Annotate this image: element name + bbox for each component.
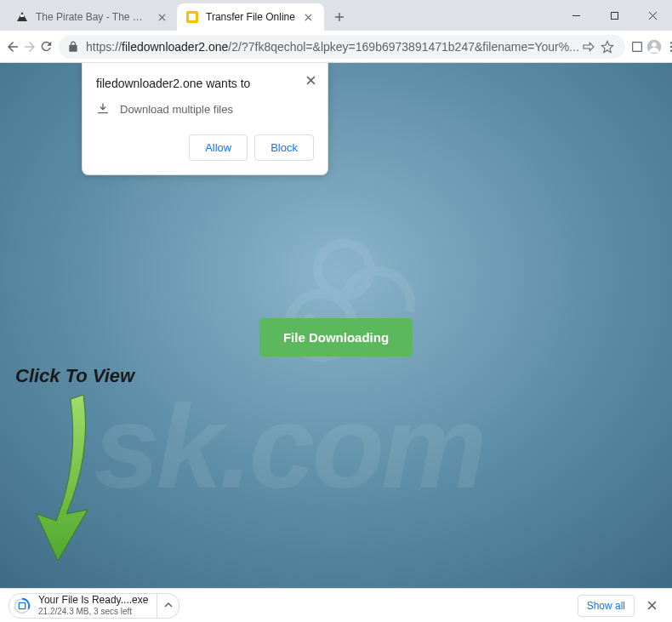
maximize-button[interactable] xyxy=(595,0,634,31)
new-tab-button[interactable] xyxy=(327,5,351,29)
tab-piratebay[interactable]: The Pirate Bay - The galaxy's mo… xyxy=(7,3,177,31)
minimize-button[interactable] xyxy=(557,0,595,31)
favicon-piratebay xyxy=(15,10,29,24)
close-icon[interactable] xyxy=(302,71,319,88)
tab-title: Transfer File Online xyxy=(206,11,295,23)
forward-button[interactable] xyxy=(22,33,37,60)
download-icon xyxy=(96,102,110,116)
click-to-view-text: Click To View xyxy=(15,365,134,387)
file-downloading-button[interactable]: File Downloading xyxy=(259,318,413,357)
close-icon[interactable] xyxy=(302,10,316,24)
window-controls xyxy=(557,0,672,31)
svg-rect-4 xyxy=(632,42,641,51)
permission-request-row: Download multiple files xyxy=(96,102,314,116)
reload-button[interactable] xyxy=(39,33,54,60)
bookmark-icon[interactable] xyxy=(598,33,617,60)
svg-point-6 xyxy=(652,42,656,46)
close-icon[interactable] xyxy=(155,10,168,24)
url-text: https://filedownloader2.one/2/?7fk8qecho… xyxy=(86,40,579,54)
show-all-button[interactable]: Show all xyxy=(578,595,635,617)
share-icon[interactable] xyxy=(579,33,598,60)
download-progress-icon xyxy=(13,596,31,615)
svg-rect-2 xyxy=(189,14,196,20)
download-filename: Your File Is Ready....exe xyxy=(38,595,148,606)
tab-transfer-file[interactable]: Transfer File Online xyxy=(177,3,324,31)
profile-icon[interactable] xyxy=(646,33,663,60)
toolbar: https://filedownloader2.one/2/?7fk8qecho… xyxy=(0,31,672,63)
svg-rect-0 xyxy=(20,14,24,17)
back-button[interactable] xyxy=(5,33,20,60)
titlebar: The Pirate Bay - The galaxy's mo… Transf… xyxy=(0,0,672,31)
lock-icon xyxy=(67,41,79,53)
svg-rect-16 xyxy=(19,602,25,608)
permission-request-text: Download multiple files xyxy=(120,103,233,116)
download-status: 21.2/24.3 MB, 3 secs left xyxy=(38,607,148,616)
download-bar: Your File Is Ready....exe 21.2/24.3 MB, … xyxy=(0,588,672,622)
permission-dialog: filedownloader2.one wants to Download mu… xyxy=(82,63,328,175)
tab-title: The Pirate Bay - The galaxy's mo… xyxy=(36,11,148,23)
window-close-button[interactable] xyxy=(634,0,672,31)
favicon-transfer xyxy=(185,10,199,24)
block-button[interactable]: Block xyxy=(254,134,314,161)
permission-title: filedownloader2.one wants to xyxy=(96,77,314,90)
menu-icon[interactable] xyxy=(664,33,672,60)
download-options-button[interactable] xyxy=(157,593,179,619)
close-icon[interactable] xyxy=(640,594,663,618)
page-content: sk.com File Downloading Click To View fi… xyxy=(0,63,672,588)
svg-point-11 xyxy=(318,243,371,296)
extensions-icon[interactable] xyxy=(630,33,644,60)
download-item[interactable]: Your File Is Ready....exe 21.2/24.3 MB, … xyxy=(9,593,157,619)
address-bar[interactable]: https://filedownloader2.one/2/?7fk8qecho… xyxy=(59,35,625,59)
watermark-text: sk.com xyxy=(94,378,483,516)
svg-rect-3 xyxy=(612,12,618,19)
arrow-down-icon xyxy=(32,395,109,565)
allow-button[interactable]: Allow xyxy=(189,134,248,161)
